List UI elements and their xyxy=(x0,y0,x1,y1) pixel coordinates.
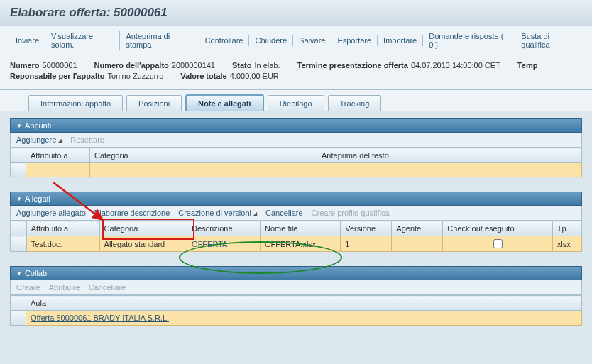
cell-ver: 1 xyxy=(341,236,392,252)
tb-inviare[interactable]: Inviare xyxy=(10,35,45,46)
collab-grid: Aula Offerta 50000061 BRADY ITALIA S.R.L… xyxy=(10,295,582,326)
resp-label: Reponsabile per l'appalto xyxy=(10,72,104,80)
panel-collab-header[interactable]: ▼ Collab. xyxy=(10,266,582,280)
appunti-resettare[interactable]: Resettare xyxy=(70,136,104,144)
col-checkout[interactable]: Check out eseguito xyxy=(443,221,552,236)
tb-salvare[interactable]: Salvare xyxy=(293,35,331,46)
stato-val: In elab. xyxy=(255,61,280,70)
col-attr[interactable]: Attribuito a xyxy=(26,148,90,163)
chevron-down-icon: ▼ xyxy=(16,270,22,277)
col-attr[interactable]: Attribuito a xyxy=(26,221,99,236)
tb-busta[interactable]: Busta di qualifica xyxy=(515,31,582,50)
tab-posizioni[interactable]: Posizioni xyxy=(126,95,182,111)
tb-domande[interactable]: Domande e risposte ( 0 ) xyxy=(423,31,515,50)
chevron-down-icon: ▼ xyxy=(16,123,22,129)
valore-label: Valore totale xyxy=(180,72,226,80)
appunti-empty-row xyxy=(11,163,582,177)
panel-allegati-title: Allegati xyxy=(25,194,50,203)
tab-note[interactable]: Note e allegati xyxy=(185,94,264,111)
cell-agente xyxy=(392,236,443,252)
stato-label: Stato xyxy=(232,61,252,70)
tb-visualizzare[interactable]: Visualizzare solam. xyxy=(45,31,120,50)
cell-attr: Test.doc. xyxy=(26,236,99,252)
cell-checkout xyxy=(443,236,552,252)
panel-appunti-title: Appunti xyxy=(25,121,51,130)
col-agente[interactable]: Agente xyxy=(392,221,443,236)
numero-label: Numero xyxy=(10,61,40,70)
checkout-checkbox[interactable] xyxy=(493,239,503,248)
cell-nome: OFFERTA.xlsx xyxy=(261,236,341,252)
allegati-cancellare[interactable]: Cancellare xyxy=(265,209,303,217)
panel-collab-title: Collab. xyxy=(25,269,49,277)
tb-chiudere[interactable]: Chiudere xyxy=(249,35,293,46)
col-aula[interactable]: Aula xyxy=(26,296,582,311)
tb-importare[interactable]: Importare xyxy=(378,35,423,46)
tb-esportare[interactable]: Esportare xyxy=(331,35,378,46)
panel-allegati: ▼ Allegati Aggiungere allegato Elaborare… xyxy=(10,192,582,252)
grid-corner xyxy=(11,148,26,163)
panel-allegati-bar: Aggiungere allegato Elaborare descrizion… xyxy=(10,206,582,221)
allegati-elaborare[interactable]: Elaborare descrizione xyxy=(94,209,170,217)
allegati-creazione[interactable]: Creazione di versioni◢ xyxy=(178,209,257,217)
toolbar: Inviare Visualizzare solam. Anteprima di… xyxy=(0,26,592,55)
cell-cat: Allegato standard xyxy=(99,236,187,252)
col-cat[interactable]: Categoria xyxy=(90,148,317,163)
appunti-aggiungere[interactable]: Aggiungere◢ xyxy=(16,136,62,144)
tb-controllare[interactable]: Controllare xyxy=(199,35,250,46)
collab-row-link[interactable]: Offerta 50000061 BRADY ITALIA S.R.L. xyxy=(31,314,169,322)
col-cat[interactable]: Categoria xyxy=(99,221,187,236)
col-desc[interactable]: Descrizione xyxy=(187,221,261,236)
col-nome[interactable]: Nome file xyxy=(261,221,341,236)
header-band: Elaborare offerta: 50000061 xyxy=(0,0,592,26)
tabs: Informazioni appalto Posizioni Note e al… xyxy=(0,90,592,111)
cell-tp: xlsx xyxy=(552,236,581,252)
tempo-label: Temp xyxy=(517,61,538,70)
grid-corner xyxy=(11,221,27,236)
tab-info[interactable]: Informazioni appalto xyxy=(28,95,123,111)
collab-row[interactable]: Offerta 50000061 BRADY ITALIA S.R.L. xyxy=(11,311,582,326)
tab-riepilogo[interactable]: Riepilogo xyxy=(268,95,324,111)
panel-appunti-bar: Aggiungere◢ Resettare xyxy=(10,133,582,148)
col-ant[interactable]: Anteprima del testo xyxy=(317,148,582,163)
grid-corner xyxy=(11,296,26,311)
allegati-grid: Attribuito a Categoria Descrizione Nome … xyxy=(10,221,582,252)
panel-appunti: ▼ Appunti Aggiungere◢ Resettare Attribui… xyxy=(10,118,582,177)
collab-creare[interactable]: Creare xyxy=(16,283,40,292)
allegati-aggiungere[interactable]: Aggiungere allegato xyxy=(16,209,86,217)
content-area: ▼ Appunti Aggiungere◢ Resettare Attribui… xyxy=(0,111,592,347)
collab-cancellare[interactable]: Cancellare xyxy=(89,283,126,292)
termine-label: Termine presentazione offerta xyxy=(297,61,408,70)
allegati-row[interactable]: Test.doc. Allegato standard OFFERTA OFFE… xyxy=(11,236,582,252)
chevron-down-icon: ▼ xyxy=(16,196,22,202)
col-tp[interactable]: Tp. xyxy=(552,221,581,236)
meta-band: Numero50000061 Numero dell'appalto200000… xyxy=(0,55,592,90)
panel-appunti-header[interactable]: ▼ Appunti xyxy=(10,118,582,133)
panel-collab: ▼ Collab. Creare Attribuire Cancellare A… xyxy=(10,266,582,326)
valore-val: 4.000,00 EUR xyxy=(230,72,279,80)
tab-tracking[interactable]: Tracking xyxy=(328,95,382,111)
appalto-label: Numero dell'appalto xyxy=(94,61,169,70)
collab-attribuire[interactable]: Attribuire xyxy=(49,283,80,292)
cell-desc-link[interactable]: OFFERTA xyxy=(192,240,227,248)
allegati-creare-profilo[interactable]: Creare profilo qualifica xyxy=(312,209,390,217)
appalto-val: 2000000141 xyxy=(172,61,215,70)
panel-allegati-header[interactable]: ▼ Allegati xyxy=(10,192,582,206)
page-title: Elaborare offerta: 50000061 xyxy=(10,6,582,20)
numero-val: 50000061 xyxy=(43,61,77,70)
col-ver[interactable]: Versione xyxy=(341,221,392,236)
resp-val: Tonino Zuzzurro xyxy=(107,72,163,80)
termine-val: 04.07.2013 14:00:00 CET xyxy=(411,61,500,70)
panel-collab-bar: Creare Attribuire Cancellare xyxy=(10,280,582,295)
tb-anteprima[interactable]: Anteprima di stampa xyxy=(120,31,199,50)
appunti-grid: Attribuito a Categoria Anteprima del tes… xyxy=(10,148,582,177)
